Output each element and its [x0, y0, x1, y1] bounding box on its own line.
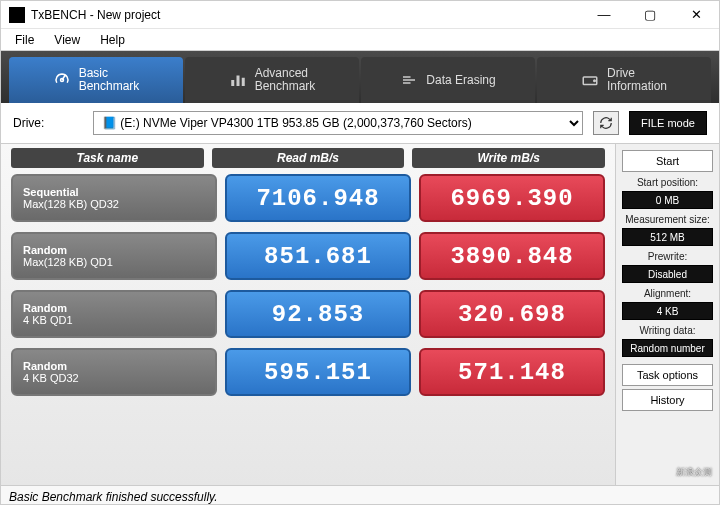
content: Task name Read mB/s Write mB/s Sequentia…: [1, 144, 719, 485]
titlebar: TxBENCH - New project — ▢ ✕: [1, 1, 719, 29]
tab-data-erasing[interactable]: Data Erasing: [361, 57, 535, 103]
writing-label: Writing data:: [622, 325, 713, 336]
header-task: Task name: [11, 148, 204, 168]
history-button[interactable]: History: [622, 389, 713, 411]
task-cell: Random4 KB QD1: [11, 290, 217, 338]
app-icon: [9, 7, 25, 23]
write-value: 320.698: [419, 290, 605, 338]
svg-point-4: [594, 80, 596, 82]
drive-label: Drive:: [13, 116, 83, 130]
menu-file[interactable]: File: [5, 31, 44, 49]
svg-rect-1: [236, 76, 239, 87]
column-headers: Task name Read mB/s Write mB/s: [11, 148, 605, 168]
write-value: 571.148: [419, 348, 605, 396]
task-cell: Random4 KB QD32: [11, 348, 217, 396]
tabs: Basic Benchmark Advanced Benchmark Data …: [1, 51, 719, 103]
gauge-icon: [53, 71, 71, 89]
result-row: Random4 KB QD1 92.853 320.698: [11, 290, 605, 338]
svg-rect-0: [231, 80, 234, 86]
tab-label: Advanced Benchmark: [255, 67, 316, 93]
result-row: SequentialMax(128 KB) QD32 7106.948 6969…: [11, 174, 605, 222]
task-cell: RandomMax(128 KB) QD1: [11, 232, 217, 280]
close-button[interactable]: ✕: [673, 1, 719, 29]
menu-view[interactable]: View: [44, 31, 90, 49]
status-bar: Basic Benchmark finished successfully.: [1, 485, 719, 505]
task-options-button[interactable]: Task options: [622, 364, 713, 386]
drive-select[interactable]: 📘 (E:) NVMe Viper VP4300 1TB 953.85 GB (…: [93, 111, 583, 135]
write-value: 3890.848: [419, 232, 605, 280]
startpos-label: Start position:: [622, 177, 713, 188]
drive-icon: [581, 71, 599, 89]
refresh-button[interactable]: [593, 111, 619, 135]
sidebar: Start Start position: 0 MB Measurement s…: [615, 144, 719, 485]
startpos-value[interactable]: 0 MB: [622, 191, 713, 209]
start-button[interactable]: Start: [622, 150, 713, 172]
measurement-value[interactable]: 512 MB: [622, 228, 713, 246]
write-value: 6969.390: [419, 174, 605, 222]
erase-icon: [400, 71, 418, 89]
bars-icon: [229, 71, 247, 89]
tab-advanced-benchmark[interactable]: Advanced Benchmark: [185, 57, 359, 103]
results-panel: Task name Read mB/s Write mB/s Sequentia…: [1, 144, 615, 485]
tab-label: Data Erasing: [426, 73, 495, 87]
read-value: 92.853: [225, 290, 411, 338]
alignment-label: Alignment:: [622, 288, 713, 299]
result-row: RandomMax(128 KB) QD1 851.681 3890.848: [11, 232, 605, 280]
header-write: Write mB/s: [412, 148, 605, 168]
window-title: TxBENCH - New project: [31, 8, 581, 22]
task-cell: SequentialMax(128 KB) QD32: [11, 174, 217, 222]
refresh-icon: [599, 116, 613, 130]
menubar: File View Help: [1, 29, 719, 51]
header-read: Read mB/s: [212, 148, 405, 168]
alignment-value[interactable]: 4 KB: [622, 302, 713, 320]
file-mode-button[interactable]: FILE mode: [629, 111, 707, 135]
prewrite-label: Prewrite:: [622, 251, 713, 262]
drive-row: Drive: 📘 (E:) NVMe Viper VP4300 1TB 953.…: [1, 103, 719, 144]
tab-label: Basic Benchmark: [79, 67, 140, 93]
read-value: 851.681: [225, 232, 411, 280]
menu-help[interactable]: Help: [90, 31, 135, 49]
svg-rect-2: [241, 78, 244, 86]
tab-basic-benchmark[interactable]: Basic Benchmark: [9, 57, 183, 103]
tab-label: Drive Information: [607, 67, 667, 93]
result-row: Random4 KB QD32 595.151 571.148: [11, 348, 605, 396]
measurement-label: Measurement size:: [622, 214, 713, 225]
writing-value[interactable]: Random number: [622, 339, 713, 357]
read-value: 595.151: [225, 348, 411, 396]
maximize-button[interactable]: ▢: [627, 1, 673, 29]
window-controls: — ▢ ✕: [581, 1, 719, 29]
tab-drive-information[interactable]: Drive Information: [537, 57, 711, 103]
minimize-button[interactable]: —: [581, 1, 627, 29]
prewrite-value[interactable]: Disabled: [622, 265, 713, 283]
read-value: 7106.948: [225, 174, 411, 222]
